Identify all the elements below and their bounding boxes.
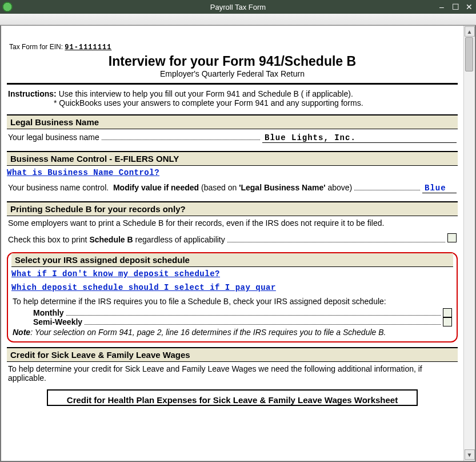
section-deposit-schedule: Select your IRS assigned deposit schedul… xyxy=(11,253,453,267)
deposit-note-label: Note xyxy=(13,328,30,337)
name-control-bold: Modify value if needed xyxy=(113,183,199,192)
maximize-button[interactable]: ☐ xyxy=(451,2,460,11)
deposit-help-link-1[interactable]: What if I don't know my deposit schedule… xyxy=(11,269,220,278)
ein-label: Tax Form for EIN: xyxy=(9,43,63,51)
scroll-up-arrow-icon[interactable]: ▲ xyxy=(465,26,475,37)
deposit-monthly-label: Monthly xyxy=(13,308,64,317)
deposit-semiweekly-checkbox[interactable] xyxy=(443,317,452,326)
quickbooks-logo-icon xyxy=(2,2,13,12)
deposit-monthly-checkbox[interactable] xyxy=(443,308,452,317)
section-name-control: Business Name Control - E-FILERS ONLY xyxy=(7,151,458,166)
legal-name-label: Your legal business name xyxy=(8,133,99,142)
deposit-note-text: : Your selection on Form 941, page 2, li… xyxy=(30,328,386,337)
instructions-label: Instructions: xyxy=(8,89,57,98)
deposit-schedule-callout: Select your IRS assigned deposit schedul… xyxy=(7,252,458,342)
page-subtitle: Employer's Quarterly Federal Tax Return xyxy=(7,69,458,78)
close-button[interactable]: ✕ xyxy=(465,2,474,11)
name-control-prefix: Your business name control. xyxy=(8,183,109,192)
page-title: Interview for your Form 941/Schedule B xyxy=(7,54,458,69)
credit-text: To help determine your credit for Sick L… xyxy=(7,362,458,385)
ein-value[interactable]: 91-1111111 xyxy=(65,43,111,51)
worksheet-title: Credit for Health Plan Expenses for Sick… xyxy=(47,389,418,406)
window-title: Payroll Tax Form xyxy=(0,3,476,11)
form-page: Tax Form for EIN: 91-1111111 Interview f… xyxy=(1,26,463,461)
print-b-text2b: Schedule B xyxy=(89,235,133,244)
deposit-help-link-2[interactable]: Which deposit schedule should I select i… xyxy=(11,283,276,292)
name-control-input[interactable]: Blue xyxy=(422,184,457,193)
scroll-down-arrow-icon[interactable]: ▼ xyxy=(465,449,475,460)
section-credit-leave: Credit for Sick Leave & Family Leave Wag… xyxy=(7,347,458,362)
legal-name-input[interactable]: Blue Lights, Inc. xyxy=(262,133,457,143)
deposit-semiweekly-label: Semi-Weekly xyxy=(13,317,82,326)
scroll-thumb[interactable] xyxy=(465,37,473,71)
print-b-text2c: regardless of applicability xyxy=(135,235,225,244)
minimize-button[interactable]: – xyxy=(437,2,446,11)
vertical-scrollbar[interactable]: ▲ ▼ xyxy=(463,26,475,461)
print-b-text2a: Check this box to print xyxy=(8,235,87,244)
name-control-help-link[interactable]: What is Business Name Control? xyxy=(7,168,159,177)
window-titlebar: Payroll Tax Form – ☐ ✕ xyxy=(0,0,476,14)
section-legal-business-name: Legal Business Name xyxy=(7,114,458,129)
deposit-help-text: To help determine if the IRS requires yo… xyxy=(11,294,453,308)
instructions-line2: * QuickBooks uses your answers to comple… xyxy=(8,98,363,107)
section-print-schedule-b: Printing Schedule B for your records onl… xyxy=(7,201,458,216)
print-b-text1: Some employers want to print a Schedule … xyxy=(7,216,458,230)
instructions-line1: Use this interview to help you fill out … xyxy=(59,89,353,98)
print-schedule-b-checkbox[interactable] xyxy=(447,233,457,242)
toolbar xyxy=(0,14,476,25)
